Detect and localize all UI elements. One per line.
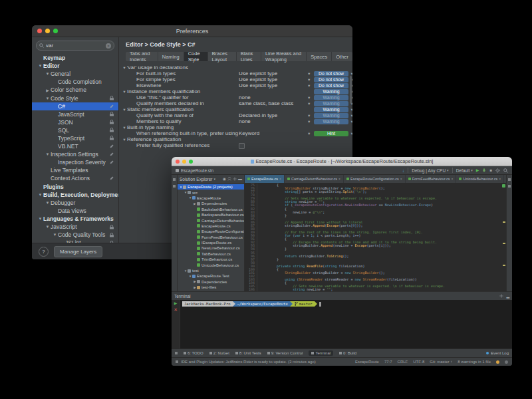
terminal-settings-gear-icon[interactable] — [499, 294, 503, 298]
severity-badge[interactable]: Do not show — [314, 83, 348, 88]
setting-value-dropdown[interactable]: same class, base class — [239, 100, 293, 106]
chevron-down-icon[interactable]: ▼ — [307, 120, 311, 124]
toolwindow-button-8-unit-tests[interactable]: 8: Unit Tests — [235, 351, 261, 355]
setting-value-dropdown[interactable]: none — [239, 118, 251, 124]
profile-dropdown[interactable]: Default▾ — [456, 168, 473, 173]
chevron-down-icon[interactable]: ▼ — [122, 138, 127, 142]
database-toolwindow-icon[interactable] — [508, 178, 511, 181]
setting-row-qualify-with-the-name-of[interactable]: Qualify with the name ofDeclared-in type… — [119, 112, 352, 118]
sidebar-item-code-quality-tools[interactable]: ▼Code Quality Tools — [32, 231, 118, 239]
tree-item-escaperoute-cs[interactable]: EscapeRoute.cs — [178, 223, 244, 229]
sidebar-item-code-style[interactable]: ▼Code Style — [32, 94, 118, 102]
tree-item-formfeedbehaviour-cs[interactable]: FormFeedBehaviour.cs — [178, 235, 244, 240]
minimize-panel-icon[interactable]: ▂ — [506, 294, 509, 298]
chevron-down-icon[interactable]: ▼ — [45, 96, 51, 100]
search-everywhere-icon[interactable] — [503, 168, 508, 173]
toolwindow-toggle-icon[interactable] — [175, 352, 178, 354]
locate-icon[interactable]: ◉ — [223, 177, 226, 181]
clear-search-icon[interactable]: × — [106, 43, 111, 49]
chevron-down-icon[interactable]: ▼ — [37, 193, 43, 197]
terminal-body[interactable]: ▶ × JackHacks-MacBook-Pro ~/Workspace/Es… — [172, 300, 512, 348]
settings-search-field[interactable]: × — [36, 41, 114, 51]
chevron-down-icon[interactable]: ▼ — [307, 102, 311, 106]
tree-item-backspacebehaviour-cs[interactable]: BackspaceBehaviour.cs — [178, 212, 244, 217]
chevron-down-icon[interactable]: ▼ — [122, 108, 127, 112]
run-button[interactable]: ▶ — [476, 168, 479, 172]
zoom-button[interactable] — [189, 160, 193, 164]
editor-tab-unicodebehaviour-cs[interactable]: UnicodeBehaviour.cs× — [456, 175, 504, 183]
close-tab-icon[interactable]: × — [400, 177, 402, 181]
editor-tab-escaperoute-cs[interactable]: EscapeRoute.cs× — [504, 175, 506, 183]
code-editor[interactable]: 75 {76 StringBuilder stringBuilder = new… — [245, 184, 506, 291]
sidebar-item-json[interactable]: JSON — [32, 118, 118, 126]
ide-titlebar[interactable]: EscapeRoute.cs - EscapeRoute - [~/Worksp… — [172, 157, 512, 166]
toolwindow-button-6-todo[interactable]: 6: TODO — [184, 351, 203, 355]
tab-blank-lines[interactable]: Blank Lines — [237, 52, 261, 61]
status-message[interactable]: IDE and Plugin Updates: JetBrains Rider … — [181, 360, 316, 364]
warning-stripe-mark[interactable] — [503, 265, 505, 266]
structure-toolwindow-icon[interactable] — [173, 185, 176, 188]
sidebar-item-typescript[interactable]: TypeScript — [32, 134, 118, 142]
sidebar-item-color-scheme[interactable]: ▶Color Scheme — [32, 86, 118, 94]
setting-row-var-usage-in-declarations[interactable]: ▼'var' usage in declarations — [119, 65, 352, 70]
chevron-down-icon[interactable]: ▼ — [45, 72, 51, 76]
sidebar-item-live-templates[interactable]: Live Templates — [32, 166, 118, 174]
chevron-down-icon[interactable]: ▼ — [122, 126, 127, 130]
close-tab-icon[interactable]: × — [279, 177, 281, 181]
status-segment-utf-8[interactable]: UTF-8 — [413, 360, 424, 364]
chevron-down-icon[interactable]: ▼ — [350, 132, 353, 136]
sidebar-item-inspection-severity[interactable]: Inspection Severity — [32, 158, 118, 166]
editor-tab-formfeedbehaviour-cs[interactable]: FormFeedBehaviour.cs× — [406, 175, 457, 183]
severity-badge[interactable]: Warning — [314, 101, 348, 106]
sidebar-item-inspection-settings[interactable]: ▼Inspection Settings — [32, 150, 118, 158]
sidebar-item-editor[interactable]: ▼Editor — [32, 62, 118, 70]
rerun-icon[interactable]: ▶ — [174, 301, 178, 305]
solution-breadcrumb[interactable]: EscapeRoute.sln — [181, 168, 213, 173]
chevron-down-icon[interactable]: ▼ — [45, 152, 51, 156]
setting-value-dropdown[interactable]: none — [239, 94, 251, 100]
sidebar-item-sql[interactable]: SQL — [32, 126, 118, 134]
toolwindow-quick-access-icon[interactable] — [176, 360, 178, 363]
sidebar-item-context-actions[interactable]: Context Actions — [32, 174, 118, 182]
chevron-down-icon[interactable]: ▼ — [307, 132, 311, 136]
warning-stripe-mark[interactable] — [503, 243, 505, 244]
setting-row-instance-members-qualification[interactable]: ▼Instance members qualificationWarning▼ — [119, 88, 352, 94]
panel-settings-gear-icon[interactable] — [233, 177, 237, 181]
status-segment-git-master[interactable]: Git: master ↑ — [430, 360, 452, 364]
severity-badge[interactable]: Warning — [314, 113, 348, 118]
chevron-down-icon[interactable]: ▼ — [350, 114, 353, 118]
hide-panel-icon[interactable]: ▬ — [238, 177, 242, 181]
terminal-output[interactable]: JackHacks-MacBook-Pro ~/Workspace/Escape… — [180, 300, 512, 348]
close-session-icon[interactable]: × — [174, 307, 178, 313]
setting-row-built-in-type-naming[interactable]: ▼Built-in type naming — [119, 124, 352, 130]
sidebar-item-plugins[interactable]: Plugins — [32, 183, 118, 191]
setting-value-dropdown[interactable]: Use explicit type — [239, 76, 277, 82]
tree-item-src[interactable]: ▼src — [178, 190, 244, 195]
stop-icon[interactable]: ■ — [489, 168, 492, 172]
editor-tab-escaperoute-cs[interactable]: EscapeRoute.cs× — [245, 175, 285, 183]
status-segment-escaperoute[interactable]: EscapeRoute — [355, 360, 379, 364]
checkbox[interactable] — [239, 143, 245, 149]
tab-naming[interactable]: Naming — [158, 52, 184, 61]
sidebar-item-javascript[interactable]: ▼JavaScript — [32, 223, 118, 231]
tree-item-backslashbehaviour-cs[interactable]: BackslashBehaviour.cs — [178, 207, 244, 212]
setting-row-for-simple-types[interactable]: For simple typesUse explicit type▼Do not… — [119, 76, 352, 82]
chevron-down-icon[interactable]: ▼ — [307, 78, 311, 82]
editor-tab-carriagereturnbehaviour-cs[interactable]: CarriageReturnBehaviour.cs× — [285, 175, 344, 183]
inspections-toggle-icon[interactable] — [505, 360, 508, 364]
warnings-indicator-icon[interactable] — [496, 360, 499, 364]
sidebar-item-build-execution-deployment[interactable]: ▼Build, Execution, Deployment — [32, 191, 118, 199]
setting-value-dropdown[interactable]: Use explicit type — [239, 82, 277, 88]
setting-row-reference-qualification[interactable]: ▼Reference qualification — [119, 136, 352, 142]
setting-row-qualify-members-declared-in[interactable]: Qualify members declared insame class, b… — [119, 100, 352, 106]
sidebar-item-javascript[interactable]: JavaScript — [32, 110, 118, 118]
chevron-down-icon[interactable]: ▼ — [52, 233, 58, 237]
panel-title[interactable]: Solution Explorer — [180, 177, 213, 182]
tab-spaces[interactable]: Spaces — [307, 52, 332, 61]
manage-layers-button[interactable]: Manage Layers — [54, 246, 102, 257]
setting-row-members-to-qualify[interactable]: Members to qualifynone▼Warning▼ — [119, 118, 352, 124]
severity-badge[interactable]: Warning — [314, 89, 348, 94]
setting-row-when-referencing-built-in-type-prefer-using[interactable]: When referencing built-in type, prefer u… — [119, 130, 352, 136]
close-button[interactable] — [37, 29, 42, 33]
minimize-button[interactable] — [45, 29, 50, 33]
